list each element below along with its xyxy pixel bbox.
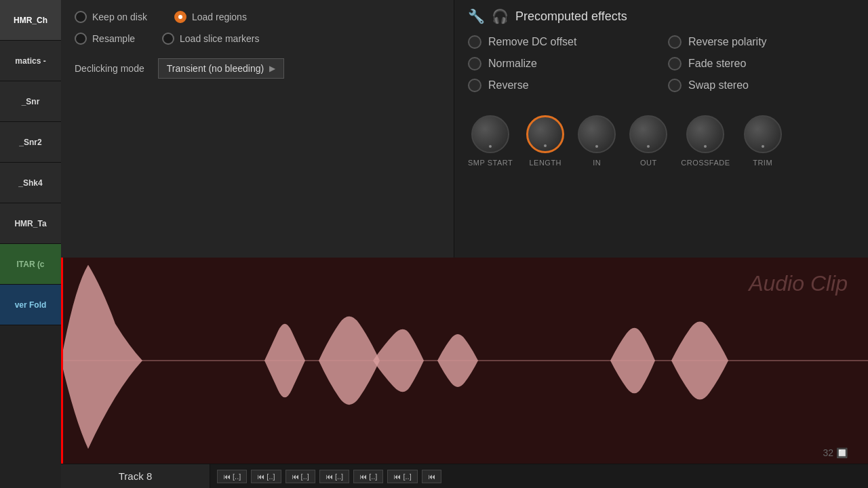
track-control-btn-6[interactable]: ⏮ [..]	[387, 470, 417, 483]
knob-trim: TRIM	[744, 115, 782, 167]
chevron-right-icon: ▶	[269, 64, 275, 73]
knob-trim-control[interactable]	[744, 115, 782, 153]
knob-smp-start: SMP START	[468, 115, 513, 167]
radio-resample[interactable]: Resample	[75, 33, 135, 45]
track-control-btn-1[interactable]: ⏮ [..]	[217, 470, 247, 483]
knob-label-trim: TRIM	[753, 159, 772, 167]
sidebar-item-ver-fold[interactable]: ver Fold	[0, 285, 61, 325]
effect-normalize[interactable]: Normalize	[468, 57, 654, 70]
knobs-row: SMP START LENGTH IN OUT	[468, 108, 854, 167]
sidebar-item-snr[interactable]: _Snr	[0, 81, 61, 122]
options-row-1: Keep on disk Load regions	[75, 11, 440, 23]
effect-label-remove-dc-offset: Remove DC offset	[488, 36, 576, 48]
radio-circle-load-regions	[174, 11, 186, 23]
knob-crossfade: CROSSFADE	[681, 115, 730, 167]
sidebar-item-shk4[interactable]: _Shk4	[0, 163, 61, 203]
options-row-2: Resample Load slice markers	[75, 33, 440, 45]
sidebar: HMR_Ch matics - _Snr _Snr2 _Shk4 HMR_Ta …	[0, 0, 61, 488]
radio-label-keep-on-disk: Keep on disk	[92, 12, 147, 22]
knob-length-control[interactable]	[526, 115, 564, 153]
knob-in: IN	[578, 115, 616, 167]
knob-label-in: IN	[593, 159, 601, 167]
effects-title: Precomputed effects	[515, 9, 627, 24]
knob-out: OUT	[629, 115, 667, 167]
effect-swap-stereo[interactable]: Swap stereo	[668, 79, 854, 92]
effect-fade-stereo[interactable]: Fade stereo	[668, 57, 854, 70]
playhead	[61, 258, 63, 464]
audio-area[interactable]: Audio Clip 32 🔲	[61, 258, 868, 464]
radio-load-regions[interactable]: Load regions	[174, 11, 247, 23]
effect-remove-dc-offset[interactable]: Remove DC offset	[468, 35, 654, 49]
track-controls: ⏮ [..] ⏮ [..] ⏮ [..] ⏮ [..] ⏮ [..] ⏮ [..…	[210, 470, 868, 483]
knob-crossfade-control[interactable]	[686, 115, 724, 153]
sidebar-item-hmr-ta[interactable]: HMR_Ta	[0, 203, 61, 244]
effect-label-reverse: Reverse	[488, 79, 529, 92]
bit-depth-icon: 🔲	[836, 447, 848, 458]
effect-radio-remove-dc-offset	[468, 35, 481, 49]
effect-label-reverse-polarity: Reverse polarity	[688, 36, 767, 48]
effect-radio-swap-stereo	[668, 79, 682, 92]
effects-panel: 🔧 🎧 Precomputed effects Remove DC offset…	[454, 0, 868, 258]
waveform-display	[61, 258, 868, 464]
radio-label-load-slice-markers: Load slice markers	[180, 33, 260, 44]
knob-label-length: LENGTH	[529, 159, 561, 167]
radio-circle-resample	[75, 33, 87, 45]
knob-label-crossfade: CROSSFADE	[681, 159, 730, 167]
declicking-label: Declicking mode	[75, 63, 144, 74]
effect-radio-normalize	[468, 57, 481, 70]
track-control-btn-2[interactable]: ⏮ [..]	[251, 470, 281, 483]
declicking-dropdown[interactable]: Transient (no bleeding) ▶	[158, 58, 284, 79]
track-control-btn-4[interactable]: ⏮ [..]	[319, 470, 349, 483]
declicking-value: Transient (no bleeding)	[167, 63, 264, 74]
effect-label-swap-stereo: Swap stereo	[688, 79, 749, 92]
effects-header: 🔧 🎧 Precomputed effects	[468, 8, 854, 24]
effect-reverse[interactable]: Reverse	[468, 79, 654, 92]
knob-smp-start-control[interactable]	[471, 115, 509, 153]
effect-radio-fade-stereo	[668, 57, 682, 70]
effects-grid: Remove DC offset Reverse polarity Normal…	[468, 35, 854, 92]
main-container: HMR_Ch matics - _Snr _Snr2 _Shk4 HMR_Ta …	[0, 0, 868, 488]
radio-circle-load-slice-markers	[162, 33, 174, 45]
track-name-area: Track 8	[61, 464, 210, 488]
track-control-btn-3[interactable]: ⏮ [..]	[285, 470, 315, 483]
sidebar-item-itar[interactable]: ITAR (c	[0, 244, 61, 285]
sidebar-item-hmr-ch[interactable]: HMR_Ch	[0, 0, 61, 41]
wrench-icon: 🔧	[468, 8, 485, 24]
track-name: Track 8	[119, 470, 152, 482]
knob-label-out: OUT	[640, 159, 657, 167]
bit-depth-label: 32 🔲	[823, 447, 848, 458]
effect-reverse-polarity[interactable]: Reverse polarity	[668, 35, 854, 49]
headphone-icon: 🎧	[492, 8, 509, 24]
knob-in-control[interactable]	[578, 115, 616, 153]
track-bar: Track 8 ⏮ [..] ⏮ [..] ⏮ [..] ⏮ [..] ⏮ [.…	[61, 464, 868, 488]
effect-label-fade-stereo: Fade stereo	[688, 58, 746, 70]
knob-out-control[interactable]	[629, 115, 667, 153]
sidebar-item-snr2[interactable]: _Snr2	[0, 122, 61, 163]
effect-radio-reverse-polarity	[668, 35, 682, 49]
radio-label-load-regions: Load regions	[192, 12, 247, 22]
effect-label-normalize: Normalize	[488, 58, 537, 70]
radio-load-slice-markers[interactable]: Load slice markers	[162, 33, 260, 45]
radio-label-resample: Resample	[92, 33, 135, 44]
content-area: Keep on disk Load regions Resample Load	[61, 0, 868, 488]
knob-length: LENGTH	[526, 115, 564, 167]
radio-circle-keep-on-disk	[75, 11, 87, 23]
track-control-btn-5[interactable]: ⏮ [..]	[353, 470, 383, 483]
sidebar-item-matics[interactable]: matics -	[0, 41, 61, 81]
radio-keep-on-disk[interactable]: Keep on disk	[75, 11, 147, 23]
knob-label-smp-start: SMP START	[468, 159, 513, 167]
top-panel: Keep on disk Load regions Resample Load	[61, 0, 868, 258]
declicking-row: Declicking mode Transient (no bleeding) …	[75, 58, 440, 79]
effect-radio-reverse	[468, 79, 481, 92]
track-control-btn-7[interactable]: ⏮	[422, 470, 441, 483]
options-panel: Keep on disk Load regions Resample Load	[61, 0, 454, 258]
